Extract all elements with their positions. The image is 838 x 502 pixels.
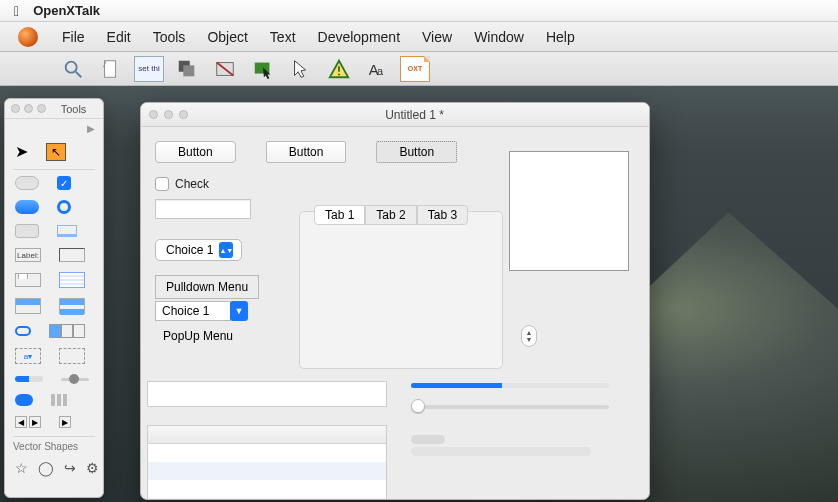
- menu-development[interactable]: Development: [318, 29, 401, 45]
- datagrid-tool-icon[interactable]: [59, 272, 85, 288]
- group-tool-icon[interactable]: [59, 348, 85, 364]
- menu-edit[interactable]: Edit: [107, 29, 131, 45]
- svg-rect-2: [105, 60, 116, 77]
- data-grid-header[interactable]: [148, 426, 386, 444]
- demo-button-rounded[interactable]: Button: [155, 141, 236, 163]
- media-tool-icon[interactable]: ▶: [59, 416, 71, 428]
- switch-on-tool-icon[interactable]: [15, 326, 31, 336]
- menu-view[interactable]: View: [422, 29, 452, 45]
- menu-help[interactable]: Help: [546, 29, 575, 45]
- vector-shapes-label: Vector Shapes: [13, 436, 95, 452]
- bars-tool-icon[interactable]: [51, 394, 67, 406]
- data-grid-row[interactable]: [148, 462, 386, 480]
- zoom-dot-icon[interactable]: [37, 104, 46, 113]
- demo-data-grid[interactable]: [147, 425, 387, 500]
- inspect-ruler-icon[interactable]: [210, 56, 240, 82]
- combo-dropdown-icon[interactable]: ▼: [230, 301, 248, 321]
- data-grid-row[interactable]: [148, 498, 386, 500]
- close-dot-icon[interactable]: [11, 104, 20, 113]
- demo-slider[interactable]: [411, 399, 609, 415]
- option-menu-tool-icon[interactable]: [57, 225, 77, 237]
- data-grid-row[interactable]: [148, 480, 386, 498]
- menu-tools[interactable]: Tools: [153, 29, 186, 45]
- tools-titlebar[interactable]: Tools: [5, 99, 103, 119]
- svg-line-1: [76, 71, 82, 77]
- minimize-dot-icon[interactable]: [24, 104, 33, 113]
- tools-title: Tools: [50, 103, 97, 115]
- menu-window[interactable]: Window: [474, 29, 524, 45]
- demo-progress-bar: [411, 383, 609, 388]
- svg-point-9: [338, 73, 340, 75]
- demo-rectangle-graphic[interactable]: [509, 151, 629, 271]
- circle-shape-icon[interactable]: ◯: [38, 460, 54, 476]
- combobox-tool-icon[interactable]: a▾: [15, 348, 41, 364]
- demo-tab-panel[interactable]: Tab 1 Tab 2 Tab 3: [299, 211, 503, 369]
- slider-thumb[interactable]: [411, 399, 425, 413]
- badge-tool-icon[interactable]: [15, 394, 33, 406]
- demo-pulldown-menu[interactable]: Pulldown Menu: [155, 275, 259, 299]
- stack-window[interactable]: Untitled 1 * Button Button Button Check …: [140, 102, 650, 500]
- stack-close-icon[interactable]: [149, 110, 158, 119]
- pointer-icon[interactable]: [286, 56, 316, 82]
- app-toolbar: set thi Aa OXT: [0, 52, 838, 86]
- set-this-icon[interactable]: set thi: [134, 56, 164, 82]
- navbar-tool-icon[interactable]: [59, 298, 85, 314]
- svg-rect-4: [183, 65, 194, 76]
- tab-3[interactable]: Tab 3: [417, 205, 468, 225]
- progressbar-tool-icon[interactable]: [15, 376, 43, 382]
- demo-checkbox-label: Check: [175, 177, 209, 191]
- segmented-tool-icon[interactable]: [49, 324, 85, 338]
- browse-tool-icon[interactable]: ➤: [15, 142, 28, 161]
- combo-input[interactable]: [155, 301, 231, 321]
- push-button-tool-icon[interactable]: [15, 176, 39, 190]
- header-tool-icon[interactable]: [15, 298, 41, 314]
- mac-system-menubar:  OpenXTalk: [0, 0, 838, 22]
- magnifier-icon[interactable]: [58, 56, 88, 82]
- stack-zoom-icon[interactable]: [179, 110, 188, 119]
- option-menu-value: Choice 1: [166, 243, 213, 257]
- stack-titlebar[interactable]: Untitled 1 *: [141, 103, 649, 127]
- tab-2[interactable]: Tab 2: [365, 205, 416, 225]
- select-green-icon[interactable]: [248, 56, 278, 82]
- data-grid-row[interactable]: [148, 444, 386, 462]
- option-menu-arrows-icon: ▲▼: [219, 242, 233, 258]
- demo-scrolling-field[interactable]: [147, 381, 387, 407]
- checkbox-tool-icon[interactable]: ✓: [57, 176, 71, 190]
- label-tool-icon[interactable]: Label:: [15, 248, 41, 262]
- tools-palette-window[interactable]: Tools ▶ ➤ ✓ Label:: [4, 98, 104, 498]
- cascade-icon[interactable]: [172, 56, 202, 82]
- menu-object[interactable]: Object: [207, 29, 247, 45]
- tab-1[interactable]: Tab 1: [314, 205, 365, 225]
- slider-tool-icon[interactable]: [61, 374, 89, 384]
- app-logo-icon: [18, 27, 38, 47]
- document-icon[interactable]: [96, 56, 126, 82]
- star-shape-icon[interactable]: ☆: [15, 460, 28, 476]
- player-tool-icon[interactable]: ◀▶: [15, 416, 41, 428]
- demo-spinner-bar: [411, 435, 445, 444]
- demo-button-selected[interactable]: Button: [376, 141, 457, 163]
- demo-little-arrows[interactable]: ▲▼: [521, 325, 537, 347]
- warning-icon[interactable]: [324, 56, 354, 82]
- menu-text[interactable]: Text: [270, 29, 296, 45]
- demo-checkbox[interactable]: [155, 177, 169, 191]
- app-name-menu[interactable]: OpenXTalk: [33, 3, 100, 18]
- demo-indeterminate-bar: [411, 447, 591, 456]
- svg-text:a: a: [377, 64, 384, 76]
- tabpanel-tool-icon[interactable]: [15, 273, 41, 287]
- rectangle-button-tool-icon[interactable]: [15, 224, 39, 238]
- arrow-shape-icon[interactable]: ↪: [64, 460, 76, 476]
- stack-minimize-icon[interactable]: [164, 110, 173, 119]
- edit-tool-icon[interactable]: [46, 143, 66, 161]
- field-tool-icon[interactable]: [59, 248, 85, 262]
- oxt-file-icon[interactable]: OXT: [400, 56, 430, 82]
- demo-button-square[interactable]: Button: [266, 141, 347, 163]
- apple-menu-icon[interactable]: : [14, 3, 19, 19]
- disclosure-triangle-icon[interactable]: ▶: [87, 123, 95, 134]
- default-button-tool-icon[interactable]: [15, 200, 39, 214]
- menu-file[interactable]: File: [62, 29, 85, 45]
- font-icon[interactable]: Aa: [362, 56, 392, 82]
- demo-text-field[interactable]: [155, 199, 251, 219]
- demo-option-menu[interactable]: Choice 1 ▲▼: [155, 239, 242, 261]
- gear-shape-icon[interactable]: ⚙: [86, 460, 99, 476]
- radio-tool-icon[interactable]: [57, 200, 71, 214]
